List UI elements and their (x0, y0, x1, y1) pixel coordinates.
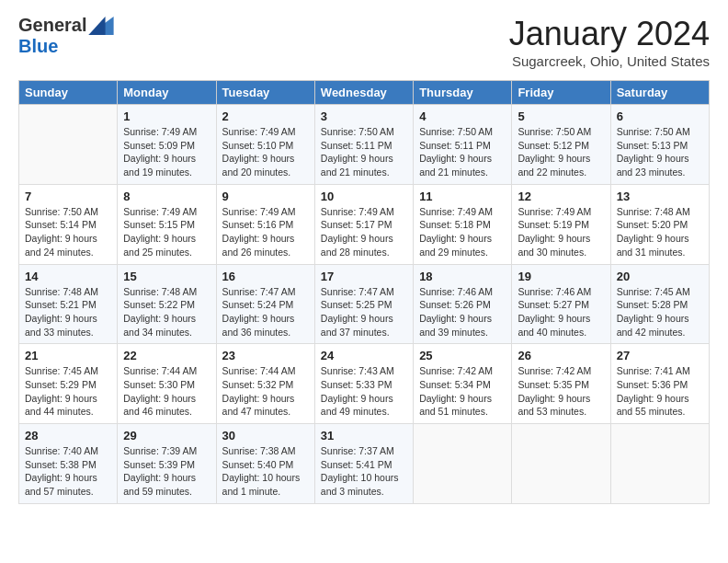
day-number: 11 (419, 190, 506, 203)
calendar-cell: 17Sunrise: 7:47 AMSunset: 5:25 PMDayligh… (314, 264, 413, 344)
day-info: Sunrise: 7:44 AMSunset: 5:30 PMDaylight:… (123, 364, 210, 419)
calendar-cell: 28Sunrise: 7:40 AMSunset: 5:38 PMDayligh… (19, 424, 118, 504)
calendar-cell: 14Sunrise: 7:48 AMSunset: 5:21 PMDayligh… (19, 264, 118, 344)
calendar-cell: 31Sunrise: 7:37 AMSunset: 5:41 PMDayligh… (314, 424, 413, 504)
calendar-cell: 1Sunrise: 7:49 AMSunset: 5:09 PMDaylight… (118, 105, 216, 185)
day-info: Sunrise: 7:42 AMSunset: 5:34 PMDaylight:… (419, 364, 506, 419)
day-number: 8 (123, 190, 210, 203)
calendar-cell: 29Sunrise: 7:39 AMSunset: 5:39 PMDayligh… (118, 424, 216, 504)
day-info: Sunrise: 7:50 AMSunset: 5:12 PMDaylight:… (518, 125, 604, 179)
calendar-cell: 2Sunrise: 7:49 AMSunset: 5:10 PMDaylight… (216, 105, 314, 185)
day-number: 29 (123, 429, 210, 442)
calendar-cell: 8Sunrise: 7:49 AMSunset: 5:15 PMDaylight… (118, 184, 216, 264)
day-info: Sunrise: 7:38 AMSunset: 5:40 PMDaylight:… (222, 444, 309, 499)
day-number: 25 (419, 349, 506, 362)
day-info: Sunrise: 7:49 AMSunset: 5:19 PMDaylight:… (518, 205, 604, 259)
day-info: Sunrise: 7:49 AMSunset: 5:17 PMDaylight:… (321, 205, 407, 259)
logo-general-text: General (18, 15, 86, 36)
calendar-cell: 22Sunrise: 7:44 AMSunset: 5:30 PMDayligh… (118, 344, 216, 424)
day-number: 22 (123, 349, 210, 362)
day-number: 4 (419, 109, 506, 123)
weekday-header-friday: Friday (512, 81, 610, 105)
day-info: Sunrise: 7:49 AMSunset: 5:10 PMDaylight:… (222, 125, 309, 179)
calendar-cell: 27Sunrise: 7:41 AMSunset: 5:36 PMDayligh… (610, 344, 709, 424)
day-info: Sunrise: 7:49 AMSunset: 5:15 PMDaylight:… (123, 205, 210, 259)
day-info: Sunrise: 7:46 AMSunset: 5:26 PMDaylight:… (419, 285, 506, 339)
day-info: Sunrise: 7:48 AMSunset: 5:20 PMDaylight:… (617, 205, 703, 259)
weekday-header-wednesday: Wednesday (314, 81, 413, 105)
calendar-cell: 6Sunrise: 7:50 AMSunset: 5:13 PMDaylight… (610, 105, 709, 185)
day-info: Sunrise: 7:50 AMSunset: 5:14 PMDaylight:… (25, 205, 111, 259)
day-number: 1 (123, 109, 210, 123)
day-number: 27 (617, 349, 703, 362)
day-info: Sunrise: 7:49 AMSunset: 5:09 PMDaylight:… (123, 125, 210, 179)
calendar-cell: 23Sunrise: 7:44 AMSunset: 5:32 PMDayligh… (216, 344, 314, 424)
weekday-header-thursday: Thursday (414, 81, 512, 105)
day-info: Sunrise: 7:45 AMSunset: 5:28 PMDaylight:… (617, 285, 703, 339)
logo: General Blue (18, 15, 114, 57)
day-number: 20 (617, 270, 703, 283)
day-number: 5 (518, 109, 604, 123)
day-info: Sunrise: 7:42 AMSunset: 5:35 PMDaylight:… (518, 364, 604, 419)
day-number: 24 (321, 349, 407, 362)
month-title: January 2024 (509, 15, 710, 53)
day-info: Sunrise: 7:49 AMSunset: 5:18 PMDaylight:… (419, 205, 506, 259)
day-number: 12 (518, 190, 604, 203)
day-number: 28 (25, 429, 111, 442)
day-number: 31 (321, 429, 407, 442)
day-info: Sunrise: 7:43 AMSunset: 5:33 PMDaylight:… (321, 364, 407, 419)
calendar-week-row: 21Sunrise: 7:45 AMSunset: 5:29 PMDayligh… (19, 344, 710, 424)
calendar-cell (414, 424, 512, 504)
svg-marker-1 (89, 17, 106, 35)
weekday-header-monday: Monday (118, 81, 216, 105)
day-number: 26 (518, 349, 604, 362)
calendar-cell: 4Sunrise: 7:50 AMSunset: 5:11 PMDaylight… (414, 105, 512, 185)
calendar-cell (512, 424, 610, 504)
day-number: 18 (419, 270, 506, 283)
logo-blue-text: Blue (18, 36, 58, 56)
day-info: Sunrise: 7:50 AMSunset: 5:13 PMDaylight:… (617, 125, 703, 179)
day-number: 15 (123, 270, 210, 283)
day-number: 10 (321, 190, 407, 203)
calendar-cell: 9Sunrise: 7:49 AMSunset: 5:16 PMDaylight… (216, 184, 314, 264)
calendar-cell: 18Sunrise: 7:46 AMSunset: 5:26 PMDayligh… (414, 264, 512, 344)
calendar-cell: 24Sunrise: 7:43 AMSunset: 5:33 PMDayligh… (314, 344, 413, 424)
calendar-week-row: 28Sunrise: 7:40 AMSunset: 5:38 PMDayligh… (19, 424, 710, 504)
calendar-table: SundayMondayTuesdayWednesdayThursdayFrid… (18, 80, 710, 504)
day-number: 17 (321, 270, 407, 283)
calendar-cell (610, 424, 709, 504)
day-info: Sunrise: 7:41 AMSunset: 5:36 PMDaylight:… (617, 364, 703, 419)
calendar-cell: 21Sunrise: 7:45 AMSunset: 5:29 PMDayligh… (19, 344, 118, 424)
day-info: Sunrise: 7:44 AMSunset: 5:32 PMDaylight:… (222, 364, 309, 419)
day-info: Sunrise: 7:39 AMSunset: 5:39 PMDaylight:… (123, 444, 210, 499)
day-info: Sunrise: 7:37 AMSunset: 5:41 PMDaylight:… (321, 444, 407, 499)
day-number: 13 (617, 190, 703, 203)
day-info: Sunrise: 7:47 AMSunset: 5:24 PMDaylight:… (222, 285, 309, 339)
day-number: 9 (222, 190, 309, 203)
calendar-cell (19, 105, 118, 185)
calendar-cell: 5Sunrise: 7:50 AMSunset: 5:12 PMDaylight… (512, 105, 610, 185)
day-info: Sunrise: 7:50 AMSunset: 5:11 PMDaylight:… (419, 125, 506, 179)
day-number: 19 (518, 270, 604, 283)
day-info: Sunrise: 7:48 AMSunset: 5:22 PMDaylight:… (123, 285, 210, 339)
day-number: 3 (321, 109, 407, 123)
day-info: Sunrise: 7:45 AMSunset: 5:29 PMDaylight:… (25, 364, 111, 419)
day-info: Sunrise: 7:40 AMSunset: 5:38 PMDaylight:… (25, 444, 111, 499)
weekday-header-row: SundayMondayTuesdayWednesdayThursdayFrid… (19, 81, 710, 105)
weekday-header-saturday: Saturday (610, 81, 709, 105)
calendar-cell: 12Sunrise: 7:49 AMSunset: 5:19 PMDayligh… (512, 184, 610, 264)
calendar-cell: 13Sunrise: 7:48 AMSunset: 5:20 PMDayligh… (610, 184, 709, 264)
day-info: Sunrise: 7:49 AMSunset: 5:16 PMDaylight:… (222, 205, 309, 259)
day-number: 7 (25, 190, 111, 203)
calendar-cell: 7Sunrise: 7:50 AMSunset: 5:14 PMDaylight… (19, 184, 118, 264)
calendar-cell: 10Sunrise: 7:49 AMSunset: 5:17 PMDayligh… (314, 184, 413, 264)
calendar-cell: 20Sunrise: 7:45 AMSunset: 5:28 PMDayligh… (610, 264, 709, 344)
calendar-cell: 16Sunrise: 7:47 AMSunset: 5:24 PMDayligh… (216, 264, 314, 344)
calendar-cell: 11Sunrise: 7:49 AMSunset: 5:18 PMDayligh… (414, 184, 512, 264)
calendar-week-row: 1Sunrise: 7:49 AMSunset: 5:09 PMDaylight… (19, 105, 710, 185)
page-header: General Blue January 2024 Sugarcreek, Oh… (18, 15, 710, 69)
weekday-header-tuesday: Tuesday (216, 81, 314, 105)
day-number: 2 (222, 109, 309, 123)
day-number: 21 (25, 349, 111, 362)
calendar-week-row: 14Sunrise: 7:48 AMSunset: 5:21 PMDayligh… (19, 264, 710, 344)
